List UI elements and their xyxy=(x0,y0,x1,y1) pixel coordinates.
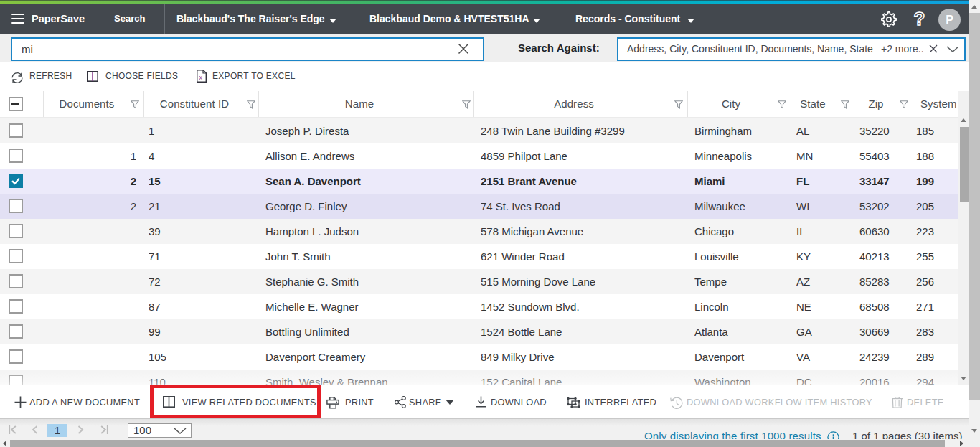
svg-text:x: x xyxy=(199,74,202,81)
